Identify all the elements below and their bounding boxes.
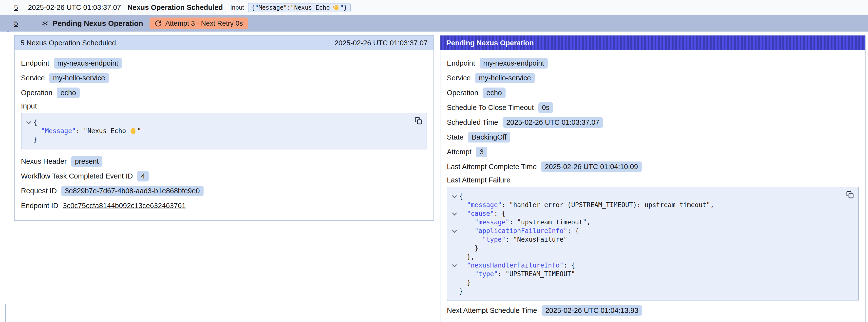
event-timestamp: 2025-02-26 UTC 01:03:37.07 [28, 3, 121, 11]
waving-hand-emoji-icon [130, 127, 137, 135]
field-value-badge: my-hello-service [475, 73, 535, 83]
copy-button[interactable] [414, 117, 423, 125]
json-line-gutter [24, 127, 33, 135]
json-line-text: { [459, 192, 463, 201]
field-row-endpoint: Endpoint my-nexus-endpoint [447, 58, 859, 68]
field-label: Last Attempt Complete Time [447, 163, 537, 171]
json-line-gutter [450, 209, 459, 218]
json-line-text: } [459, 278, 471, 287]
json-line-gutter [450, 244, 459, 253]
event-name: Nexus Operation Scheduled [127, 3, 223, 11]
json-line-text: }, [459, 253, 475, 261]
json-line-text: "message": "handler error (UPSTREAM_TIME… [459, 201, 714, 209]
field-label: Endpoint ID [21, 202, 59, 210]
field-row-workflow-task-completed-event-id: Workflow Task Completed Event ID 4 [21, 171, 427, 182]
field-label: Operation [21, 89, 52, 97]
field-row-operation: Operation echo [21, 87, 427, 98]
json-line-gutter [450, 261, 459, 270]
field-row-scheduled-time: Scheduled Time 2025-02-26 UTC 01:03:37.0… [447, 117, 859, 128]
field-value-badge: my-nexus-endpoint [479, 58, 548, 68]
json-line-text: { [33, 118, 37, 127]
field-label: Nexus Header [21, 157, 67, 165]
field-row-endpoint-id: Endpoint ID 3c0c75ccfa8144b092c13ce63246… [21, 200, 427, 211]
field-label: Workflow Task Completed Event ID [21, 172, 133, 180]
timeline-connector-line [5, 304, 6, 322]
field-label: Schedule To Close Timeout [447, 103, 534, 112]
field-row-attempt: Attempt 3 [447, 147, 859, 157]
field-label: Endpoint [447, 59, 475, 67]
panel-title: 5 Nexus Operation Scheduled [21, 39, 116, 47]
json-line-text: } [459, 244, 478, 253]
json-line-gutter [450, 235, 459, 244]
json-line-text: "type": "UPSTREAM_TIMEOUT" [459, 270, 575, 278]
event-id-link[interactable]: 5 [14, 3, 18, 11]
failure-json-block: { "message": "handler error (UPSTREAM_TI… [447, 187, 859, 301]
field-value-badge: echo [57, 88, 80, 98]
json-line-gutter [450, 287, 459, 296]
field-label: Scheduled Time [447, 118, 498, 127]
event-row-pending[interactable]: 5 Pending Nexus Operation Attempt 3 · Ne… [0, 15, 868, 32]
field-row-next-attempt-schedule-time: Next Attempt Schedule Time 2025-02-26 UT… [447, 305, 859, 316]
json-line-text: } [459, 287, 463, 296]
json-line-text: "cause": { [459, 209, 505, 218]
json-lines: { "Message": "Nexus Echo "} [24, 118, 409, 144]
field-row-nexus-header: Nexus Header present [21, 156, 427, 167]
pending-asterisk-icon [41, 19, 49, 28]
field-value-badge: my-hello-service [49, 73, 109, 83]
input-preview-text-post: "} [340, 4, 347, 11]
collapse-chevron-icon[interactable] [452, 262, 457, 267]
field-row-state: State BackingOff [447, 132, 859, 142]
field-value-badge: BackingOff [468, 132, 510, 142]
field-row-service: Service my-hello-service [447, 72, 859, 83]
json-line-gutter [24, 135, 33, 144]
json-line-gutter [450, 227, 459, 235]
json-line-gutter [450, 192, 459, 201]
field-value-badge: 3e829b7e-7d67-4b08-aad3-b1e868bfe9e0 [61, 186, 204, 196]
json-line-text: "message": "upstream timeout", [459, 218, 590, 227]
retry-icon [154, 20, 162, 27]
json-line-gutter [450, 270, 459, 278]
field-label: Attempt [447, 148, 471, 156]
field-label: Next Attempt Schedule Time [447, 307, 537, 315]
scheduled-panel-header: 5 Nexus Operation Scheduled 2025-02-26 U… [14, 35, 434, 50]
copy-button[interactable] [846, 191, 854, 199]
json-line-text: "Message": "Nexus Echo " [33, 127, 141, 135]
field-label: State [447, 133, 464, 141]
field-row-last-attempt-complete-time: Last Attempt Complete Time 2025-02-26 UT… [447, 161, 859, 172]
json-line-gutter [450, 253, 459, 261]
json-line-gutter [450, 278, 459, 287]
field-value-badge: 2025-02-26 UTC 01:03:37.07 [503, 117, 603, 128]
collapse-chevron-icon[interactable] [452, 211, 457, 216]
input-json-block: { "Message": "Nexus Echo "} [21, 113, 427, 150]
json-line-text: "type": "NexusFailure" [459, 235, 567, 244]
endpoint-id-link[interactable]: 3c0c75ccfa8144b092c13ce632463761 [63, 202, 186, 210]
event-id-link[interactable]: 5 [14, 19, 18, 27]
panel-title: Pending Nexus Operation [446, 39, 534, 47]
field-value-badge: 4 [137, 171, 149, 182]
field-row-schedule-to-close-timeout: Schedule To Close Timeout 0s [447, 102, 859, 113]
field-value-badge: 2025-02-26 UTC 01:04:10.09 [541, 161, 642, 172]
field-label: Service [447, 74, 471, 82]
field-value-badge: 0s [538, 102, 553, 113]
field-value-badge: present [71, 156, 102, 167]
field-value-badge: 2025-02-26 UTC 01:04:13.93 [541, 305, 642, 316]
json-line-gutter [450, 201, 459, 209]
field-value-badge: 3 [476, 147, 487, 157]
collapse-chevron-icon[interactable] [452, 228, 457, 233]
collapse-chevron-icon[interactable] [26, 119, 31, 124]
input-preview-text-pre: {"Message":"Nexus Echo [251, 4, 333, 11]
pending-panel-header: Pending Nexus Operation [440, 35, 865, 50]
field-row-operation: Operation echo [447, 87, 859, 98]
json-lines: { "message": "handler error (UPSTREAM_TI… [450, 192, 841, 296]
input-label: Input [230, 4, 244, 11]
json-line-gutter [24, 118, 33, 127]
field-row-request-id: Request ID 3e829b7e-7d67-4b08-aad3-b1e86… [21, 185, 427, 196]
event-row-scheduled[interactable]: 5 2025-02-26 UTC 01:03:37.07 Nexus Opera… [0, 0, 868, 15]
pending-title: Pending Nexus Operation [53, 19, 143, 28]
input-preview-chip: {"Message":"Nexus Echo "} [248, 3, 351, 12]
copy-icon [846, 191, 854, 199]
scheduled-event-panel: 5 Nexus Operation Scheduled 2025-02-26 U… [14, 35, 434, 221]
field-row-endpoint: Endpoint my-nexus-endpoint [21, 58, 427, 68]
scheduled-panel-body: Endpoint my-nexus-endpoint Service my-he… [14, 50, 434, 220]
collapse-chevron-icon[interactable] [452, 193, 457, 198]
